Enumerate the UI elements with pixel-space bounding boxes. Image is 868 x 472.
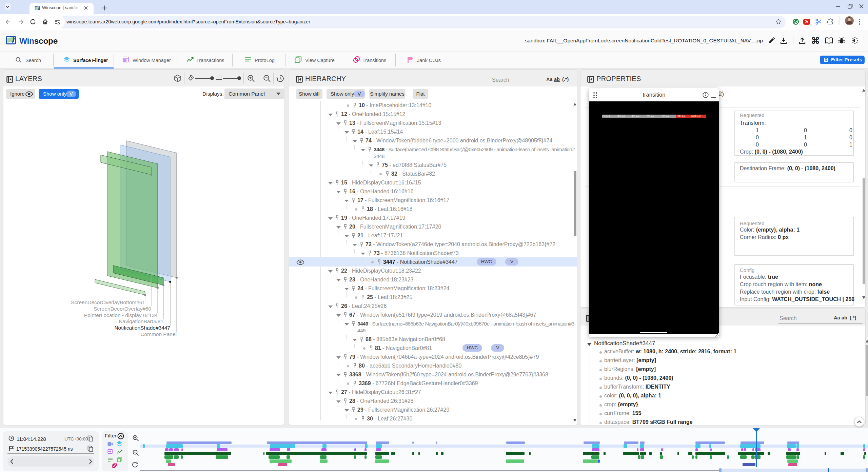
- svg-text:PointerLocation - display 0#13: PointerLocation - display 0#134: [84, 312, 158, 318]
- svg-text:ScreenDecorOverlayBottom#61: ScreenDecorOverlayBottom#61: [71, 299, 145, 305]
- svg-text:Common Panel: Common Panel: [140, 331, 177, 337]
- svg-text:ScreenDecorOverlay#60: ScreenDecorOverlay#60: [94, 306, 151, 312]
- svg-text:NavigationBar0#81: NavigationBar0#81: [119, 318, 163, 324]
- svg-text:NotificationShade#3447: NotificationShade#3447: [114, 325, 170, 331]
